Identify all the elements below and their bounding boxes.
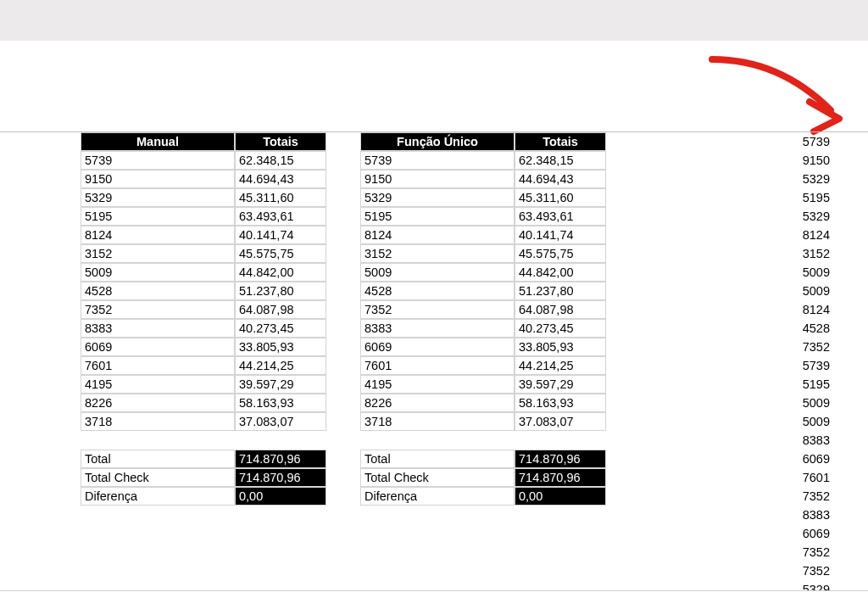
cell-total-right[interactable]: 64.087,98	[515, 300, 606, 319]
side-value[interactable]: 5739	[767, 132, 833, 151]
side-value[interactable]: 6069	[767, 524, 833, 543]
side-value[interactable]: 5329	[767, 207, 833, 226]
side-value[interactable]: 9150	[767, 151, 833, 170]
side-value[interactable]: 5009	[767, 282, 833, 300]
cell-id-right[interactable]: 9150	[360, 170, 515, 188]
side-value[interactable]: 6069	[767, 450, 833, 468]
check-label-left[interactable]: Total Check	[81, 468, 235, 487]
side-value[interactable]: 8383	[767, 506, 833, 524]
cell-id-left[interactable]: 5195	[81, 207, 235, 226]
side-value[interactable]: 7601	[767, 468, 833, 487]
cell-id-left[interactable]: 8124	[81, 226, 235, 244]
total-label-left[interactable]: Total	[81, 450, 235, 468]
cell-total-left[interactable]: 44.694,43	[235, 170, 326, 188]
col-header-totais-right: Totais	[515, 132, 606, 151]
cell-id-right[interactable]: 4195	[360, 375, 515, 394]
cell-id-left[interactable]: 9150	[81, 170, 235, 188]
cell-total-left[interactable]: 64.087,98	[235, 300, 326, 319]
cell-total-right[interactable]: 45.311,60	[515, 188, 606, 207]
side-value[interactable]: 5195	[767, 375, 833, 394]
cell-id-left[interactable]: 3152	[81, 244, 235, 263]
cell-id-left[interactable]: 5329	[81, 188, 235, 207]
cell-total-right[interactable]: 39.597,29	[515, 375, 606, 394]
side-value[interactable]: 8124	[767, 300, 833, 319]
cell-total-right[interactable]: 45.575,75	[515, 244, 606, 263]
cell-total-right[interactable]: 37.083,07	[515, 412, 606, 431]
cell-total-left[interactable]: 37.083,07	[235, 412, 326, 431]
side-value[interactable]: 8124	[767, 226, 833, 244]
side-value[interactable]: 8383	[767, 431, 833, 450]
cell-total-right[interactable]: 51.237,80	[515, 282, 606, 300]
cell-id-right[interactable]: 5329	[360, 188, 515, 207]
check-value-left[interactable]: 714.870,96	[235, 468, 326, 487]
cell-total-left[interactable]: 39.597,29	[235, 375, 326, 394]
side-value[interactable]: 7352	[767, 338, 833, 356]
total-value-right[interactable]: 714.870,96	[515, 450, 606, 468]
cell-id-right[interactable]: 5195	[360, 207, 515, 226]
cell-total-left[interactable]: 44.214,25	[235, 356, 326, 375]
side-value[interactable]: 7352	[767, 487, 833, 506]
sheet-tabs-bar[interactable]	[0, 590, 868, 609]
cell-total-left[interactable]: 45.575,75	[235, 244, 326, 263]
worksheet[interactable]: Manual Totais Função Único Totais 573962…	[0, 131, 868, 132]
cell-id-right[interactable]: 3152	[360, 244, 515, 263]
cell-id-left[interactable]: 8226	[81, 394, 235, 412]
cell-id-left[interactable]: 7601	[81, 356, 235, 375]
cell-total-right[interactable]: 33.805,93	[515, 338, 606, 356]
cell-total-left[interactable]: 44.842,00	[235, 263, 326, 282]
side-value[interactable]: 5009	[767, 394, 833, 412]
side-value[interactable]: 5739	[767, 356, 833, 375]
cell-id-left[interactable]: 4195	[81, 375, 235, 394]
side-value[interactable]: 4528	[767, 319, 833, 338]
cell-id-right[interactable]: 4528	[360, 282, 515, 300]
cell-id-left[interactable]: 8383	[81, 319, 235, 338]
cell-id-left[interactable]: 4528	[81, 282, 235, 300]
cell-id-right[interactable]: 5739	[360, 151, 515, 170]
cell-total-right[interactable]: 62.348,15	[515, 151, 606, 170]
side-value[interactable]: 5195	[767, 188, 833, 207]
side-value[interactable]: 7352	[767, 543, 833, 562]
cell-total-right[interactable]: 44.842,00	[515, 263, 606, 282]
cell-id-right[interactable]: 8124	[360, 226, 515, 244]
cell-id-right[interactable]: 8383	[360, 319, 515, 338]
side-value[interactable]: 5329	[767, 170, 833, 188]
side-value[interactable]: 5009	[767, 412, 833, 431]
check-value-right[interactable]: 714.870,96	[515, 468, 606, 487]
diff-label-right[interactable]: Diferença	[360, 487, 515, 506]
cell-total-left[interactable]: 33.805,93	[235, 338, 326, 356]
cell-total-right[interactable]: 44.694,43	[515, 170, 606, 188]
cell-id-right[interactable]: 7352	[360, 300, 515, 319]
total-value-left[interactable]: 714.870,96	[235, 450, 326, 468]
cell-id-right[interactable]: 3718	[360, 412, 515, 431]
cell-total-right[interactable]: 58.163,93	[515, 394, 606, 412]
cell-total-left[interactable]: 40.273,45	[235, 319, 326, 338]
cell-id-left[interactable]: 5009	[81, 263, 235, 282]
cell-total-right[interactable]: 63.493,61	[515, 207, 606, 226]
diff-value-left[interactable]: 0,00	[235, 487, 326, 506]
cell-id-right[interactable]: 6069	[360, 338, 515, 356]
cell-id-right[interactable]: 7601	[360, 356, 515, 375]
side-id-column[interactable]: 5739915053295195532981243152500950098124…	[767, 132, 833, 599]
cell-total-left[interactable]: 45.311,60	[235, 188, 326, 207]
cell-id-right[interactable]: 5009	[360, 263, 515, 282]
cell-total-right[interactable]: 40.273,45	[515, 319, 606, 338]
cell-id-right[interactable]: 8226	[360, 394, 515, 412]
side-value[interactable]: 5009	[767, 263, 833, 282]
cell-total-left[interactable]: 51.237,80	[235, 282, 326, 300]
cell-total-left[interactable]: 58.163,93	[235, 394, 326, 412]
cell-id-left[interactable]: 3718	[81, 412, 235, 431]
cell-total-right[interactable]: 40.141,74	[515, 226, 606, 244]
total-label-right[interactable]: Total	[360, 450, 515, 468]
diff-value-right[interactable]: 0,00	[515, 487, 606, 506]
diff-label-left[interactable]: Diferença	[81, 487, 235, 506]
cell-id-left[interactable]: 5739	[81, 151, 235, 170]
cell-total-right[interactable]: 44.214,25	[515, 356, 606, 375]
cell-total-left[interactable]: 63.493,61	[235, 207, 326, 226]
cell-total-left[interactable]: 40.141,74	[235, 226, 326, 244]
cell-id-left[interactable]: 6069	[81, 338, 235, 356]
cell-id-left[interactable]: 7352	[81, 300, 235, 319]
side-value[interactable]: 7352	[767, 562, 833, 580]
side-value[interactable]: 3152	[767, 244, 833, 263]
cell-total-left[interactable]: 62.348,15	[235, 151, 326, 170]
check-label-right[interactable]: Total Check	[360, 468, 515, 487]
